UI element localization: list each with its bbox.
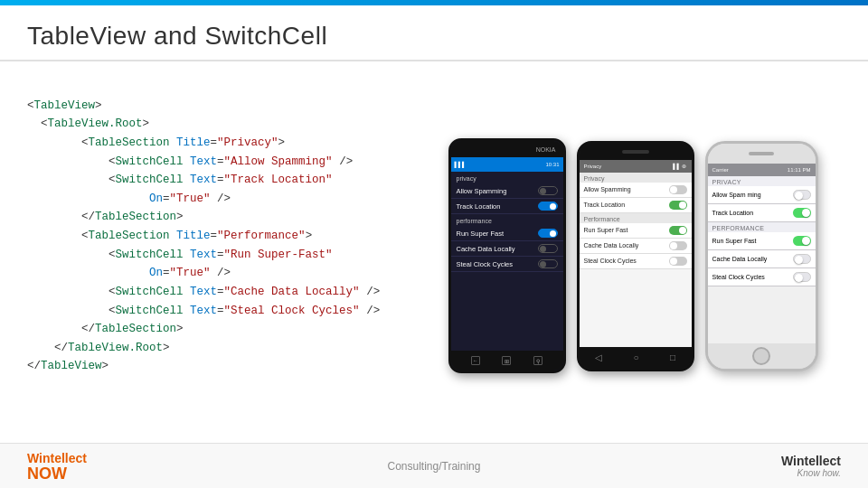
windows-item3-text: Run Super Fast [457, 230, 505, 238]
phones-panel: NOKIA ▌▌▌ 10:31 privacy Allow Spamming T… [425, 78, 841, 434]
iphone-speaker [749, 152, 774, 155]
iphone-toggle2 [793, 208, 811, 218]
iphone-item4-text: Cache Data Locally [712, 256, 768, 262]
android-item4: Cache Data Locally [580, 239, 692, 254]
iphone-item5-text: Steal Clock Cycles [712, 274, 765, 280]
windows-toggle4 [538, 244, 558, 253]
iphone-section1-title: PRIVACY [708, 176, 816, 186]
iphone-top-bar [708, 144, 816, 164]
windows-carrier: NOKIA [536, 146, 556, 153]
code-line-4: <SwitchCell Text="Allow Spamming" /> [68, 155, 353, 168]
android-item4-text: Cache Data Locally [584, 242, 639, 249]
code-line-15: </TableView> [27, 360, 108, 372]
iphone-item1-text: Allow Spam ming [712, 192, 761, 198]
windows-item5: Steal Clock Cycles [451, 257, 563, 272]
phone-windows: NOKIA ▌▌▌ 10:31 privacy Allow Spamming T… [448, 138, 566, 373]
code-line-12: <SwitchCell Text="Steal Clock Cycles" /> [68, 305, 380, 317]
android-item2-text: Track Location [584, 202, 626, 208]
android-bottom-bar: ◁ ○ □ [580, 347, 692, 369]
phone-iphone: Carrier 11:11 PM PRIVACY Allow Spam ming… [705, 141, 818, 371]
code-line-2: <TableView.Root> [41, 117, 149, 130]
windows-toggle5 [538, 259, 558, 268]
footer-logo-right: Wintellect Know how. [781, 454, 841, 478]
windows-signal: ▌▌▌ [455, 162, 467, 167]
code-line-11: <SwitchCell Text="Cache Data Locally" /> [68, 286, 380, 298]
iphone-item5: Steal Clock Cycles [708, 268, 816, 286]
footer-center-text: Consulting/Training [388, 460, 481, 473]
windows-toggle1 [538, 186, 558, 195]
footer-left-now-text: NOW [27, 465, 67, 482]
android-item1: Allow Spamming [580, 183, 692, 198]
windows-item2-text: Track Location [457, 202, 501, 211]
footer-right-tagline-text: Know how. [797, 468, 841, 478]
iphone-item2: Track Location [708, 204, 816, 222]
android-status-bar: Privacy ▌▌ ⊛ [580, 160, 692, 173]
android-icons: ▌▌ ⊛ [673, 163, 686, 169]
android-speaker [622, 150, 649, 154]
windows-status-bar: ▌▌▌ 10:31 [451, 157, 563, 172]
code-line-10: On="True" /> [81, 267, 231, 279]
windows-item2: Track Location [451, 199, 563, 214]
iphone-toggle3 [793, 236, 811, 246]
android-item5-text: Steal Clock Cycles [584, 258, 637, 264]
code-line-14: </TableView.Root> [41, 342, 170, 354]
slide: TableView and SwitchCell <TableView> <Ta… [0, 0, 868, 488]
windows-search-btn: ⚲ [533, 356, 542, 365]
slide-footer: Wintellect NOW Consulting/Training Winte… [0, 443, 868, 488]
android-item2: Track Location [580, 198, 692, 213]
android-toggle3 [669, 226, 687, 235]
consulting-training-label: Consulting/Training [388, 460, 481, 473]
footer-left-wintellect-text: Wintellect [27, 451, 87, 465]
windows-toggle3 [538, 229, 558, 238]
android-home-icon: ○ [633, 352, 638, 362]
windows-back-btn: ← [471, 356, 480, 365]
iphone-screen: Carrier 11:11 PM PRIVACY Allow Spam ming… [708, 164, 816, 343]
footer-right-wintellect-text: Wintellect [781, 454, 841, 468]
slide-header: TableView and SwitchCell [0, 5, 868, 61]
iphone-carrier: Carrier [712, 167, 729, 173]
slide-content: <TableView> <TableView.Root> <TableSecti… [0, 61, 868, 443]
android-item3-text: Run Super Fast [584, 227, 628, 233]
iphone-item3-text: Run Super Fast [712, 238, 757, 244]
android-toggle2 [669, 201, 687, 210]
windows-item5-text: Steal Clock Cycles [457, 260, 514, 268]
iphone-item1: Allow Spam ming [708, 186, 816, 204]
code-line-3: <TableSection Title="Privacy"> [54, 136, 285, 149]
phone-android: Privacy ▌▌ ⊛ Privacy Allow Spamming Trac… [577, 141, 694, 371]
android-item5: Steal Clock Cycles [580, 254, 692, 269]
windows-home-btn: ⊞ [502, 356, 511, 365]
android-section1-title: Privacy [580, 173, 692, 183]
code-line-13: </TableSection> [54, 323, 184, 335]
android-toggle5 [669, 257, 687, 266]
android-recent-icon: □ [670, 352, 675, 362]
iphone-toggle4 [793, 254, 811, 264]
iphone-time: 11:11 PM [788, 167, 811, 173]
windows-item1: Allow Spamming [451, 183, 563, 199]
android-item3: Run Super Fast [580, 223, 692, 239]
code-line-6: On="True" /> [81, 192, 231, 205]
footer-logo-left: Wintellect NOW [27, 451, 87, 482]
iphone-section2-title: PERFORMANCE [708, 222, 816, 232]
windows-item3: Run Super Fast [451, 226, 563, 241]
iphone-toggle1 [793, 190, 811, 200]
iphone-item4: Cache Data Locally [708, 250, 816, 268]
code-line-8: <TableSection Title="Performance"> [54, 230, 312, 242]
android-section2-title: Performance [580, 213, 692, 223]
code-line-1: <TableView> [27, 99, 102, 112]
windows-item1-text: Allow Spamming [457, 187, 507, 195]
android-toggle4 [669, 241, 687, 250]
windows-section1-title: privacy [451, 172, 563, 183]
iphone-item3: Run Super Fast [708, 232, 816, 250]
android-item1-text: Allow Spamming [584, 186, 631, 192]
windows-item4: Cache Data Locally [451, 241, 563, 257]
slide-title: TableView and SwitchCell [27, 22, 841, 51]
code-line-5: <SwitchCell Text="Track Location" [68, 174, 333, 186]
windows-top-bar: NOKIA [451, 141, 563, 157]
android-toggle1 [669, 185, 687, 194]
windows-bottom-bar: ← ⊞ ⚲ [451, 351, 563, 371]
windows-item4-text: Cache Data Locally [457, 245, 515, 253]
windows-screen: ▌▌▌ 10:31 privacy Allow Spamming Track L… [451, 157, 563, 351]
windows-time: 10:31 [545, 162, 559, 167]
iphone-home-button [752, 347, 770, 365]
iphone-item2-text: Track Location [712, 210, 754, 216]
